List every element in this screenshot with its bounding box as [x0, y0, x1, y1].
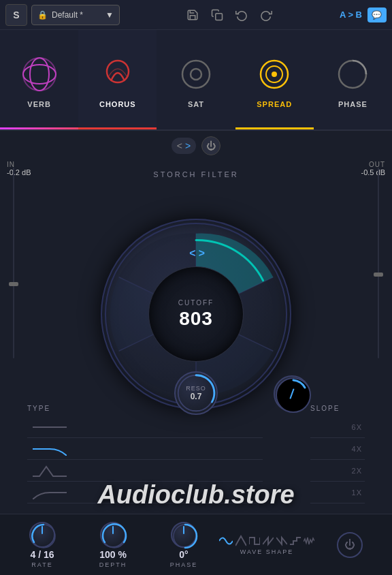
type-row-lowpass[interactable] — [27, 438, 263, 460]
top-bar-center — [184, 6, 275, 24]
phase-value: 0° — [179, 549, 188, 560]
svg-point-2 — [30, 58, 49, 91]
depth-value: 100 % — [99, 549, 127, 560]
bottom-bar: 4 / 16 RATE 100 % DEPTH 0° PHA — [0, 514, 392, 575]
big-knob-container: < > CUTOFF 803 RESO 0.7 — [101, 219, 291, 409]
phase-label: PHASE — [170, 561, 198, 568]
chorus-icon — [96, 52, 140, 96]
left-fader[interactable] — [5, 168, 22, 399]
slope-column: SLOPE 6X 4X 2X 1X — [310, 405, 365, 514]
tab-sat-label: SAT — [188, 100, 204, 108]
slope-6x: 6X — [352, 423, 362, 431]
power-toggle[interactable]: ⏻ — [337, 532, 363, 558]
left-fader-track — [13, 168, 14, 358]
tab-sat[interactable]: SAT — [157, 30, 235, 129]
nav-prev[interactable]: < — [177, 140, 182, 151]
preset-name: Default * — [52, 10, 83, 20]
filter-section: STORCH FILTER — [27, 161, 365, 447]
slope-row-4x[interactable]: 4X — [310, 438, 365, 460]
tab-chorus[interactable]: CHORUS — [78, 30, 157, 129]
slope-1x: 1X — [352, 488, 362, 497]
svg-point-3 — [23, 65, 56, 84]
slope-row-6x[interactable]: 6X — [310, 416, 365, 438]
bottom-section: TYPE — [27, 405, 365, 514]
tab-phase-label: PHASE — [338, 100, 368, 108]
redo-button[interactable] — [257, 6, 275, 24]
cutoff-label: CUTOFF — [178, 299, 214, 307]
triangle-wave-icon[interactable] — [235, 535, 246, 547]
svg-point-6 — [191, 69, 201, 80]
slope-2x: 2X — [352, 467, 362, 475]
phase-icon — [331, 52, 374, 96]
chat-button[interactable]: 💬 — [368, 7, 387, 22]
sawtooth-wave-icon[interactable] — [263, 535, 274, 547]
spread-icon — [252, 52, 296, 96]
copy-button[interactable] — [208, 6, 226, 24]
right-fader-thumb[interactable] — [374, 273, 383, 277]
undo-button[interactable] — [233, 6, 250, 24]
logo-button[interactable]: S — [5, 4, 27, 26]
right-fader[interactable] — [370, 168, 387, 399]
rate-label: RATE — [31, 561, 52, 568]
svg-point-4 — [107, 61, 129, 82]
slope-4x: 4X — [352, 445, 362, 453]
noise-wave-icon[interactable] — [304, 535, 314, 547]
wave-shape-label: WAVE SHAPE — [240, 548, 294, 555]
main-content: < > ⏻ IN -0.2 dB OUT -0.5 dB STORCH FILT… — [0, 131, 392, 575]
slope-row-1x[interactable]: 1X — [310, 482, 365, 503]
svg-point-5 — [182, 61, 210, 88]
nav-next[interactable]: > — [185, 140, 191, 151]
wave-shape-param: WAVE SHAPE — [219, 535, 314, 555]
svg-rect-0 — [216, 13, 223, 20]
type-row-flat[interactable] — [27, 416, 263, 438]
depth-param: 100 % DEPTH — [78, 522, 148, 568]
power-button[interactable]: ⏻ — [201, 136, 220, 155]
lock-icon: 🔒 — [37, 10, 48, 20]
top-bar: S 🔒 Default * ▼ A > B 💬 — [0, 0, 392, 30]
svg-text:< >: < > — [189, 247, 205, 259]
rate-knob[interactable] — [29, 522, 55, 548]
tab-phase[interactable]: PHASE — [314, 30, 392, 129]
staircase-wave-icon[interactable] — [290, 535, 301, 547]
slope-row-2x[interactable]: 2X — [310, 460, 365, 482]
phase-knob[interactable] — [171, 522, 197, 548]
rate-value: 4 / 16 — [30, 549, 54, 560]
slope-header: SLOPE — [310, 405, 365, 412]
svg-point-1 — [23, 58, 56, 91]
depth-knob[interactable] — [100, 522, 126, 548]
preset-selector[interactable]: 🔒 Default * ▼ — [31, 5, 120, 25]
tab-spread[interactable]: SPREAD — [235, 30, 314, 129]
tab-verb[interactable]: VERB — [0, 30, 78, 129]
sat-icon — [174, 52, 218, 96]
ab-button[interactable]: A > B — [340, 10, 362, 20]
type-column: TYPE — [27, 405, 263, 514]
nav-bar: < > ⏻ — [0, 131, 392, 161]
tab-bar: VERB CHORUS SAT — [0, 30, 392, 131]
square-wave-icon[interactable] — [249, 535, 260, 547]
top-bar-left: S 🔒 Default * ▼ — [5, 4, 120, 26]
knob-center-display: CUTOFF 803 — [148, 266, 244, 362]
chevron-icon: ▼ — [105, 10, 114, 20]
cutoff-knob[interactable]: < > CUTOFF 803 RESO 0.7 — [101, 219, 291, 409]
ramp-wave-icon[interactable] — [276, 535, 287, 547]
filter-title: STORCH FILTER — [153, 170, 238, 178]
top-bar-right: A > B 💬 — [340, 7, 387, 22]
type-header: TYPE — [27, 405, 263, 412]
tab-verb-label: VERB — [27, 100, 51, 108]
verb-icon — [18, 52, 61, 96]
power-param: ⏻ — [314, 532, 385, 558]
save-button[interactable] — [184, 6, 201, 24]
wave-shapes — [219, 535, 314, 547]
type-row-highpass[interactable] — [27, 482, 263, 503]
svg-point-9 — [272, 72, 277, 77]
nav-arrows: < > — [172, 138, 196, 154]
tab-spread-label: SPREAD — [257, 100, 292, 108]
type-row-bandpass[interactable] — [27, 460, 263, 482]
svg-point-21 — [276, 378, 310, 412]
left-fader-thumb[interactable] — [9, 282, 18, 286]
type-selector-knob[interactable] — [274, 375, 310, 412]
sine-wave-icon[interactable] — [219, 535, 233, 547]
rate-param: 4 / 16 RATE — [7, 522, 78, 568]
depth-label: DEPTH — [99, 561, 127, 568]
tab-chorus-label: CHORUS — [99, 100, 136, 108]
